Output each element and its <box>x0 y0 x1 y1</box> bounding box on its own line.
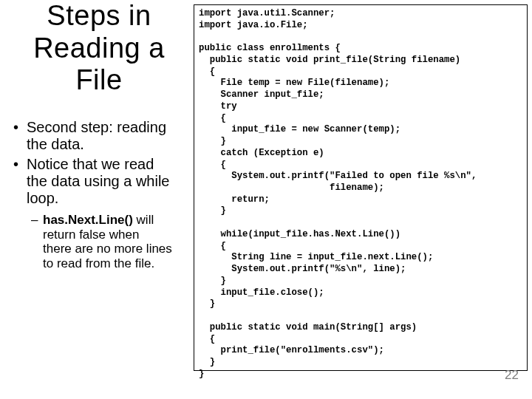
slide-title: Steps in Reading a File <box>7 0 191 97</box>
bullet-2-line-2: the data using a while <box>27 173 169 189</box>
title-line-1: Steps in <box>47 0 151 31</box>
bullet-1-text: Second step: reading the data. <box>27 119 166 153</box>
bullet-1-line-1: Second step: reading <box>27 119 166 135</box>
code-panel: import java.util.Scanner; import java.io… <box>194 4 528 371</box>
code-block: import java.util.Scanner; import java.io… <box>199 8 522 381</box>
bullet-item-2: • Notice that we read the data using a w… <box>13 156 191 207</box>
bullet-1-line-2: the data. <box>27 136 84 152</box>
left-column: Steps in Reading a File • Second step: r… <box>7 0 191 270</box>
sub-bullet-text: has.Next.Line() will return false when t… <box>43 213 172 270</box>
bullet-dot-icon: • <box>13 119 27 153</box>
title-line-3: File <box>75 64 122 95</box>
page-number: 22 <box>505 368 519 383</box>
sub-bullet-line-3: there are no more lines <box>43 242 172 256</box>
sub-bullet-item: – has.Next.Line() will return false when… <box>31 213 191 270</box>
bullet-2-text: Notice that we read the data using a whi… <box>27 156 169 207</box>
sub-bullet-line-4: to read from the file. <box>43 256 154 270</box>
bullet-2-line-3: loop. <box>27 190 58 206</box>
bullet-dot-icon: • <box>13 156 27 207</box>
title-line-2: Reading a <box>33 33 165 64</box>
sub-bullet-bold: has.Next.Line() <box>43 213 133 227</box>
bullet-2-line-1: Notice that we read <box>27 156 154 172</box>
sub-bullet-dash-icon: – <box>31 213 43 270</box>
sub-bullet-rest-1: will <box>133 213 154 227</box>
sub-bullet-line-2: return false when <box>43 228 139 242</box>
bullet-item-1: • Second step: reading the data. <box>13 119 191 153</box>
bullet-list: • Second step: reading the data. • Notic… <box>13 119 191 270</box>
